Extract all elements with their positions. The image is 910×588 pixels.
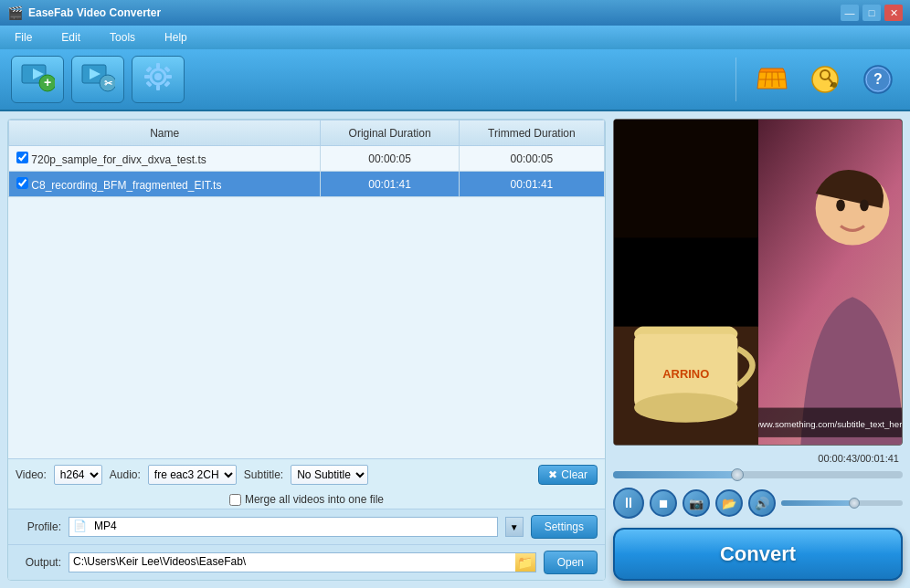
menu-edit[interactable]: Edit (54, 29, 88, 46)
snapshot-icon: 📷 (689, 497, 704, 510)
table-row[interactable]: 720p_sample_for_divx_dxva_test.ts00:00:0… (9, 146, 605, 172)
snapshot-button[interactable]: 📷 (682, 489, 710, 517)
menu-help[interactable]: Help (157, 29, 195, 46)
svg-text:+: + (44, 75, 51, 89)
svg-rect-10 (156, 63, 160, 68)
preview-panel: ARRINO (613, 119, 903, 581)
toolbar-right: ? (732, 58, 899, 101)
stop-icon: ⏹ (658, 497, 670, 510)
volume-slider[interactable] (781, 500, 903, 506)
file-table: Name Original Duration Trimmed Duration … (8, 120, 605, 197)
audio-label: Audio: (110, 468, 141, 481)
output-row: Output: C:\Users\Keir Lee\Videos\EaseFab… (8, 544, 605, 580)
volume-icon: 🔊 (755, 497, 769, 510)
profile-dropdown-button[interactable]: ▼ (505, 517, 524, 537)
svg-point-41 (836, 199, 845, 211)
clear-icon: ✖ (548, 468, 557, 481)
svg-point-42 (860, 199, 869, 211)
open-button[interactable]: Open (544, 551, 598, 574)
svg-rect-37 (614, 120, 758, 237)
time-display: 00:00:43/00:01:41 (613, 451, 903, 466)
col-trimmed-duration: Trimmed Duration (459, 121, 604, 146)
profile-file-icon: 📄 (69, 518, 90, 536)
svg-point-34 (634, 393, 737, 422)
clear-label: Clear (561, 468, 587, 481)
app-title: EaseFab Video Converter (28, 6, 161, 19)
subtitle-select[interactable]: No Subtitle (291, 465, 368, 485)
playback-controls: ⏸ ⏹ 📷 📂 🔊 (613, 484, 903, 522)
video-select[interactable]: h264 (54, 465, 102, 485)
col-original-duration: Original Duration (321, 121, 459, 146)
file-panel: Name Original Duration Trimmed Duration … (7, 119, 606, 581)
svg-point-25 (831, 82, 837, 88)
svg-text:www.something.com/subtitle_tex: www.something.com/subtitle_text_here (758, 419, 903, 429)
merge-checkbox[interactable] (229, 494, 241, 506)
video-preview: ARRINO (613, 119, 903, 446)
menu-tools[interactable]: Tools (102, 29, 143, 46)
pause-icon: ⏸ (621, 495, 636, 511)
file-checkbox-0[interactable] (16, 152, 28, 163)
video-right-frame: www.something.com/subtitle_text_here (758, 120, 903, 445)
register-button[interactable] (804, 58, 846, 100)
profile-input-wrapper: 📄 MP4 (69, 517, 498, 537)
toolbar: + ✂ (0, 49, 910, 111)
settings-button[interactable]: Settings (531, 515, 598, 539)
close-button[interactable]: ✕ (884, 5, 903, 21)
output-label: Output: (16, 556, 61, 569)
file-list-content: Name Original Duration Trimmed Duration … (8, 120, 605, 458)
open-folder-button[interactable]: 📂 (715, 489, 743, 517)
minimize-button[interactable]: — (841, 5, 859, 21)
svg-text:✂: ✂ (104, 78, 113, 89)
svg-text:ARRINO: ARRINO (662, 367, 709, 381)
stop-button[interactable]: ⏹ (650, 489, 677, 517)
subtitle-label: Subtitle: (244, 468, 283, 481)
merge-label[interactable]: Merge all videos into one file (229, 493, 384, 506)
col-name: Name (9, 121, 321, 146)
app-icon: 🎬 (7, 5, 23, 20)
menu-bar: File Edit Tools Help (0, 26, 910, 49)
profile-value: MP4 (90, 518, 497, 536)
progress-bar[interactable] (613, 471, 903, 478)
svg-point-9 (154, 73, 162, 80)
profile-label: Profile: (16, 520, 61, 533)
edit-video-icon: ✂ (80, 59, 115, 100)
folder-icon: 📂 (722, 497, 736, 510)
settings-tool-button[interactable] (132, 56, 185, 103)
video-content: ARRINO (614, 120, 902, 445)
gear-icon (141, 59, 175, 100)
volume-button[interactable]: 🔊 (748, 489, 776, 517)
video-label: Video: (16, 468, 47, 481)
volume-thumb[interactable] (849, 498, 860, 509)
table-row[interactable]: C8_recording_BFM_fragmented_EIT.ts00:01:… (9, 172, 605, 197)
main-area: Name Original Duration Trimmed Duration … (0, 111, 910, 588)
shop-button[interactable] (751, 58, 793, 100)
add-video-icon: + (20, 59, 55, 100)
output-path: C:\Users\Keir Lee\Videos\EaseFab\ (69, 553, 515, 572)
progress-fill (613, 471, 737, 478)
title-bar: 🎬 EaseFab Video Converter — □ ✕ (0, 0, 910, 26)
va-controls: Video: h264 Audio: fre eac3 2CH Subtitle… (8, 458, 605, 490)
help-button[interactable]: ? (857, 58, 899, 100)
pause-button[interactable]: ⏸ (613, 488, 644, 519)
volume-fill (781, 500, 854, 506)
merge-row: Merge all videos into one file (8, 490, 605, 509)
profile-row: Profile: 📄 MP4 ▼ Settings (8, 509, 605, 544)
maximize-button[interactable]: □ (862, 5, 881, 21)
convert-button[interactable]: Convert (613, 528, 903, 581)
progress-thumb[interactable] (731, 468, 744, 481)
audio-select[interactable]: fre eac3 2CH (148, 465, 237, 485)
svg-rect-13 (166, 75, 172, 79)
video-left-frame: ARRINO (614, 120, 758, 445)
add-video-button[interactable]: + (11, 56, 64, 103)
clear-button[interactable]: ✖ Clear (538, 465, 598, 485)
svg-rect-12 (144, 75, 150, 79)
svg-rect-11 (156, 85, 160, 90)
menu-file[interactable]: File (7, 29, 39, 46)
time-value: 00:00:43/00:01:41 (818, 453, 899, 464)
output-input-wrapper: C:\Users\Keir Lee\Videos\EaseFab\ 📁 (69, 552, 536, 572)
file-checkbox-1[interactable] (16, 177, 28, 189)
output-folder-icon[interactable]: 📁 (515, 553, 535, 572)
window-controls: — □ ✕ (841, 5, 903, 21)
svg-text:?: ? (873, 71, 883, 87)
edit-video-button[interactable]: ✂ (71, 56, 124, 103)
